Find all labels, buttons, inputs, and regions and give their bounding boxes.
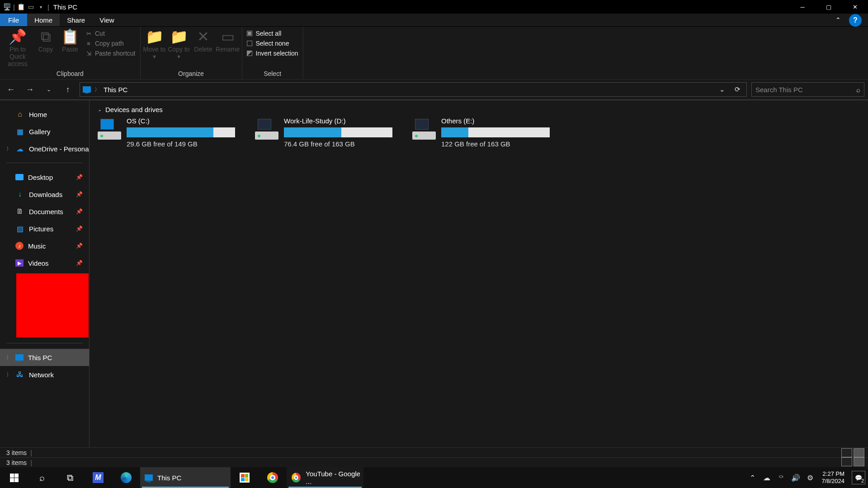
status-bar: 3 items| — [0, 447, 868, 457]
maximize-button[interactable]: ▢ — [816, 0, 842, 14]
store-icon — [240, 473, 250, 483]
search-box[interactable]: Search This PC ⌕ — [751, 82, 864, 97]
pin-icon[interactable]: 📌 — [76, 225, 83, 232]
pin-icon[interactable]: 📌 — [76, 208, 83, 215]
minimize-ribbon-button[interactable]: ⌃ — [832, 14, 844, 25]
cut-button[interactable]: ✂Cut — [83, 29, 137, 38]
recent-locations-button[interactable]: ⌄ — [42, 82, 56, 97]
ribbon: 📌 Pin to Quick access ⧉ Copy 📋 Paste ✂Cu… — [0, 26, 868, 80]
select-all-icon — [247, 31, 252, 36]
group-label-clipboard: Clipboard — [3, 69, 137, 79]
notifications-button[interactable]: 💬2 — [852, 471, 865, 484]
search-icon[interactable]: ⌕ — [856, 86, 860, 94]
expand-icon[interactable]: 〉 — [6, 354, 11, 361]
large-icons-view-button[interactable] — [854, 457, 864, 466]
refresh-button[interactable]: ⟳ — [731, 83, 744, 96]
drive-name: Work-Life-Study (D:) — [284, 117, 400, 125]
move-to-button[interactable]: 📁 Move to ▾ — [143, 28, 166, 60]
rename-button[interactable]: ▭ Rename — [217, 28, 239, 53]
window-title: This PC — [51, 3, 77, 11]
sidebar-item-home[interactable]: ⌂ Home — [0, 106, 89, 123]
address-bar[interactable]: 〉 This PC ⌄ ⟳ — [80, 82, 747, 97]
desktop-icon — [15, 174, 24, 180]
breadcrumb[interactable]: This PC — [104, 86, 127, 94]
sidebar-item-videos[interactable]: ▶ Videos 📌 — [0, 254, 89, 272]
address-dropdown-button[interactable]: ⌄ — [716, 83, 728, 96]
invert-selection-button[interactable]: Invert selection — [245, 49, 300, 57]
expand-icon[interactable]: 〉 — [6, 371, 11, 378]
paste-shortcut-button[interactable]: ⇲Paste shortcut — [83, 49, 137, 57]
taskbar-app-youtube[interactable]: YouTube - Google ... — [287, 467, 363, 488]
sidebar-item-documents[interactable]: 🗎 Documents 📌 — [0, 203, 89, 220]
minimize-button[interactable]: ─ — [789, 0, 816, 14]
sidebar-item-downloads[interactable]: ↓ Downloads 📌 — [0, 186, 89, 203]
search-button[interactable]: ⌕ — [28, 467, 56, 488]
taskbar-app-edge[interactable] — [112, 467, 140, 488]
copy-button[interactable]: ⧉ Copy — [34, 28, 57, 53]
start-button[interactable] — [0, 467, 28, 488]
separator: | — [12, 3, 16, 11]
forward-button[interactable]: → — [23, 82, 37, 97]
drive-info: Work-Life-Study (D:)76.4 GB free of 163 … — [284, 117, 400, 148]
tray-overflow-button[interactable]: ⌃ — [746, 472, 758, 483]
help-button[interactable]: ? — [849, 14, 862, 27]
pin-icon[interactable]: 📌 — [76, 260, 83, 266]
properties-icon[interactable]: 📋 — [16, 2, 26, 12]
sidebar-item-network[interactable]: 〉 🖧 Network — [0, 366, 89, 383]
task-view-button[interactable]: ⧉ — [56, 467, 84, 488]
music-icon: ♪ — [15, 242, 24, 250]
copy-path-button[interactable]: ≡Copy path — [83, 39, 137, 47]
tab-share[interactable]: Share — [60, 14, 92, 26]
navigation-pane: ⌂ Home ▦ Gallery 〉 ☁ OneDrive - Persona … — [0, 100, 90, 467]
tab-file[interactable]: File — [0, 14, 27, 26]
copy-to-button[interactable]: 📁 Copy to ▾ — [168, 28, 190, 60]
drive-item[interactable]: OS (C:)29.6 GB free of 149 GB — [98, 117, 242, 148]
onedrive-tray-icon[interactable]: ☁ — [761, 472, 773, 483]
delete-button[interactable]: ✕ Delete — [192, 28, 215, 53]
taskbar-app-store[interactable] — [231, 467, 259, 488]
back-button[interactable]: ← — [4, 82, 18, 97]
pin-to-quick-access-button[interactable]: 📌 Pin to Quick access — [3, 28, 33, 67]
pin-icon[interactable]: 📌 — [76, 174, 83, 180]
sidebar-item-pictures[interactable]: ▨ Pictures 📌 — [0, 220, 89, 237]
pin-icon[interactable]: 📌 — [76, 191, 83, 197]
sidebar-item-onedrive[interactable]: 〉 ☁ OneDrive - Persona — [0, 140, 89, 157]
close-button[interactable]: ✕ — [842, 0, 868, 14]
large-icons-view-button-upper[interactable] — [854, 448, 864, 457]
sidebar-item-this-pc[interactable]: 〉 This PC — [0, 349, 89, 366]
tab-home[interactable]: Home — [27, 14, 60, 26]
sidebar-item-music[interactable]: ♪ Music 📌 — [0, 237, 89, 254]
pin-icon[interactable]: 📌 — [76, 243, 83, 249]
wifi-icon[interactable]: ⌔ — [775, 472, 787, 483]
details-view-button[interactable] — [841, 457, 852, 466]
copy-to-icon: 📁 — [170, 29, 188, 44]
qat-dropdown-icon[interactable]: ▾ — [36, 2, 46, 12]
clock[interactable]: 2:27 PM 7/8/2024 — [819, 470, 847, 484]
details-view-button-upper[interactable] — [841, 448, 852, 457]
expand-icon[interactable]: 〉 — [6, 145, 11, 152]
drive-item[interactable]: Work-Life-Study (D:)76.4 GB free of 163 … — [255, 117, 400, 148]
sidebar-item-desktop[interactable]: Desktop 📌 — [0, 169, 89, 186]
select-all-button[interactable]: Select all — [245, 29, 300, 38]
edge-icon — [121, 472, 132, 483]
paste-button[interactable]: 📋 Paste — [59, 28, 81, 53]
this-pc-icon — [83, 86, 91, 93]
volume-icon[interactable]: 🔊 — [790, 472, 802, 483]
status-bar-secondary: 3 items| — [0, 457, 868, 467]
videos-icon: ▶ — [15, 259, 24, 267]
taskbar-app-explorer[interactable]: This PC — [140, 467, 231, 488]
taskbar-app-m[interactable]: M — [84, 467, 112, 488]
taskbar-app-chrome[interactable] — [259, 467, 287, 488]
up-button[interactable]: ↑ — [61, 82, 75, 97]
tab-view[interactable]: View — [92, 14, 121, 26]
new-folder-icon[interactable]: ▭ — [26, 2, 36, 12]
sidebar-item-gallery[interactable]: ▦ Gallery — [0, 123, 89, 140]
chrome-icon — [267, 472, 278, 483]
settings-icon[interactable]: ⚙ — [804, 472, 816, 483]
select-none-button[interactable]: Select none — [245, 39, 300, 47]
chevron-right-icon[interactable]: 〉 — [94, 86, 100, 94]
ribbon-group-select: Select all Select none Invert selection … — [242, 27, 303, 79]
drive-item[interactable]: Others (E:)122 GB free of 163 GB — [412, 117, 557, 148]
search-placeholder: Search This PC — [755, 86, 853, 94]
section-header-devices[interactable]: ⌄ Devices and drives — [98, 106, 860, 113]
